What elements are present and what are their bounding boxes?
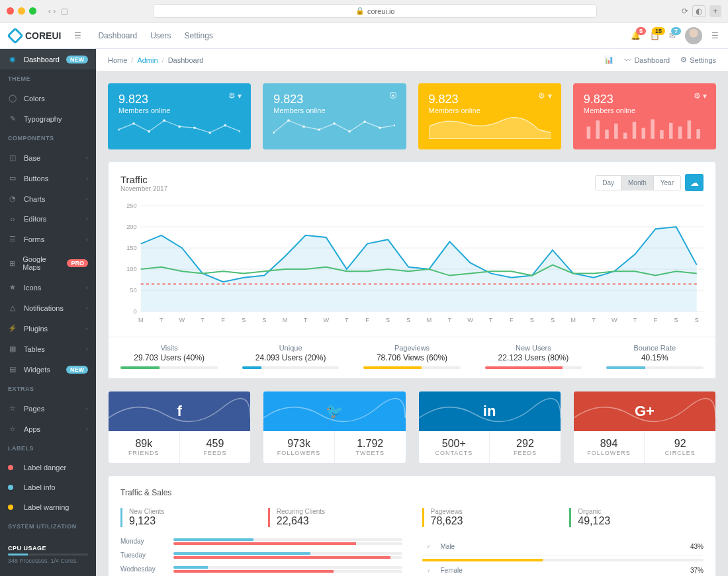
panel-icon[interactable]: ▢ xyxy=(61,7,68,16)
list-icon[interactable]: 📋15 xyxy=(650,31,660,40)
stat-menu-icon[interactable]: ⚙ ▾ xyxy=(694,91,707,101)
label-label-danger[interactable]: Label danger xyxy=(0,458,96,477)
svg-text:T: T xyxy=(592,317,596,323)
social-stat-2: 1.792TWEETS xyxy=(335,431,406,463)
bell-icon[interactable]: 🔔5 xyxy=(631,31,641,40)
hamburger-icon[interactable]: ☰ xyxy=(74,31,81,40)
svg-text:M: M xyxy=(283,317,288,323)
label-label-info[interactable]: Label info xyxy=(0,477,96,497)
top-nav: Dashboard Users Settings xyxy=(98,31,212,40)
social-stat-1: 89kFRIENDS xyxy=(109,431,180,463)
svg-text:F: F xyxy=(365,317,369,323)
sidebar-item-tables[interactable]: ▦ Tables‹ xyxy=(0,339,96,359)
aside-toggle-icon[interactable]: ☰ xyxy=(711,31,719,40)
svg-text:T: T xyxy=(489,317,493,323)
sidebar-item-base[interactable]: ◫ Base‹ xyxy=(0,147,96,168)
traffic-sales-card: Traffic & Sales New Clients9,123Recuring… xyxy=(108,475,716,576)
stat-menu-icon[interactable]: ⦿ xyxy=(389,91,397,101)
svg-rect-27 xyxy=(669,123,673,139)
bc-settings-link[interactable]: ⚙ Settings xyxy=(680,56,716,64)
sidebar-label: Charts xyxy=(24,195,45,203)
svg-text:S: S xyxy=(262,317,266,323)
chevron-icon: ‹ xyxy=(86,155,88,161)
svg-text:F: F xyxy=(510,317,514,323)
sidebar-item-editors[interactable]: ‹› Editors‹ xyxy=(0,209,96,229)
bc-home[interactable]: Home xyxy=(108,56,127,64)
sidebar-item-charts[interactable]: ◔ Charts‹ xyxy=(0,188,96,209)
social-head: in xyxy=(419,391,561,431)
label-label-warning[interactable]: Label warning xyxy=(0,497,96,517)
sidebar-item-notifications[interactable]: △ Notifications‹ xyxy=(0,298,96,318)
period-year[interactable]: Year xyxy=(654,176,680,190)
social-card-fb: f 89kFRIENDS 459FEEDS xyxy=(108,391,251,464)
social-card-tw: 🐦 973kFOLLOWERS 1.792TWEETS xyxy=(263,391,406,464)
period-month[interactable]: Month xyxy=(621,176,654,190)
svg-rect-29 xyxy=(687,120,691,139)
reload-icon[interactable]: ⟳ xyxy=(682,7,688,16)
svg-text:0: 0 xyxy=(133,308,136,315)
svg-rect-25 xyxy=(651,119,655,138)
sidebar-item-colors[interactable]: ◯ Colors xyxy=(0,88,96,108)
mail-icon[interactable]: ✉7 xyxy=(669,31,676,40)
new-badge: NEW xyxy=(66,56,88,63)
nav-dashboard[interactable]: Dashboard xyxy=(98,31,137,40)
sidebar-header-extras: EXTRAS xyxy=(0,380,96,398)
download-button[interactable]: ☁ xyxy=(685,174,704,191)
reader-icon[interactable]: ◐ xyxy=(692,5,705,17)
sidebar-item-pages[interactable]: ☆ Pages ‹ xyxy=(0,398,96,419)
sidebar-item-widgets[interactable]: ▤ WidgetsNEW xyxy=(0,359,96,380)
new-tab-button[interactable]: + xyxy=(709,5,721,17)
bc-dashboard-link[interactable]: 〰 Dashboard xyxy=(624,56,670,64)
stat-sparkline xyxy=(584,114,705,141)
stat-menu-icon[interactable]: ⚙ ▾ xyxy=(228,91,242,101)
chevron-icon: ‹ xyxy=(86,196,88,202)
url-bar[interactable]: 🔒 coreui.io xyxy=(153,4,597,18)
bc-graph-icon[interactable]: 📊 xyxy=(604,56,614,64)
sidebar-label: Editors xyxy=(24,215,46,223)
bc-admin[interactable]: Admin xyxy=(137,56,158,64)
sidebar-item-apps[interactable]: ☆ Apps ‹ xyxy=(0,419,96,439)
lock-icon: 🔒 xyxy=(355,7,365,15)
sidebar-item-typography[interactable]: ✎ Typography xyxy=(0,108,96,129)
nav-settings[interactable]: Settings xyxy=(185,31,213,40)
stat-menu-icon[interactable]: ⚙ ▾ xyxy=(538,91,551,101)
gp-icon: G+ xyxy=(635,403,655,420)
svg-point-14 xyxy=(349,130,351,133)
minimize-dot-icon[interactable] xyxy=(18,7,25,15)
maximize-dot-icon[interactable] xyxy=(29,7,36,15)
svg-text:T: T xyxy=(345,317,349,323)
stat-sparkline xyxy=(118,114,240,141)
side-icon: ★ xyxy=(8,283,17,292)
stat-sparkline xyxy=(429,114,551,141)
sidebar-item-google-maps[interactable]: ⊞ Google MapsPRO xyxy=(0,249,96,277)
avatar[interactable] xyxy=(685,27,702,44)
period-day[interactable]: Day xyxy=(596,176,621,190)
nav-users[interactable]: Users xyxy=(150,31,171,40)
side-icon: ✎ xyxy=(8,114,17,123)
ts-stat: Organic49,123 xyxy=(569,508,704,527)
sidebar-label: Plugins xyxy=(24,325,48,333)
svg-point-11 xyxy=(302,126,305,128)
chevron-icon: ‹ xyxy=(86,346,88,352)
close-dot-icon[interactable] xyxy=(7,7,14,15)
svg-text:T: T xyxy=(633,317,637,323)
sidebar-item-dashboard[interactable]: ◉ Dashboard NEW xyxy=(0,49,96,69)
svg-point-7 xyxy=(224,124,226,127)
sidebar: ◉ Dashboard NEW THEME ◯ Colors ✎ Typogra… xyxy=(0,49,96,576)
logo[interactable]: COREUI xyxy=(9,30,61,42)
social-stat-2: 459FEEDS xyxy=(180,431,251,463)
chevron-icon: ‹ xyxy=(86,175,88,182)
sidebar-item-buttons[interactable]: ▭ Buttons‹ xyxy=(0,168,96,188)
stat-cards: ⚙ ▾ 9.823 Members online ⦿ 9.823 Members… xyxy=(108,83,716,149)
window-controls[interactable] xyxy=(7,7,36,15)
sidebar-item-forms[interactable]: ☰ Forms‹ xyxy=(0,229,96,249)
sidebar-item-plugins[interactable]: ⚡ Plugins‹ xyxy=(0,318,96,339)
gender-icon: ♂ xyxy=(422,543,435,550)
chevron-icon: ‹ xyxy=(86,305,88,311)
sidebar-item-icons[interactable]: ★ Icons‹ xyxy=(0,277,96,298)
star-icon: ☆ xyxy=(8,425,17,433)
chevron-icon: ‹ xyxy=(86,236,88,243)
mail-badge: 7 xyxy=(671,27,681,35)
nav-arrows[interactable]: ‹ › xyxy=(48,7,56,16)
stat-label: Members online xyxy=(584,106,705,114)
